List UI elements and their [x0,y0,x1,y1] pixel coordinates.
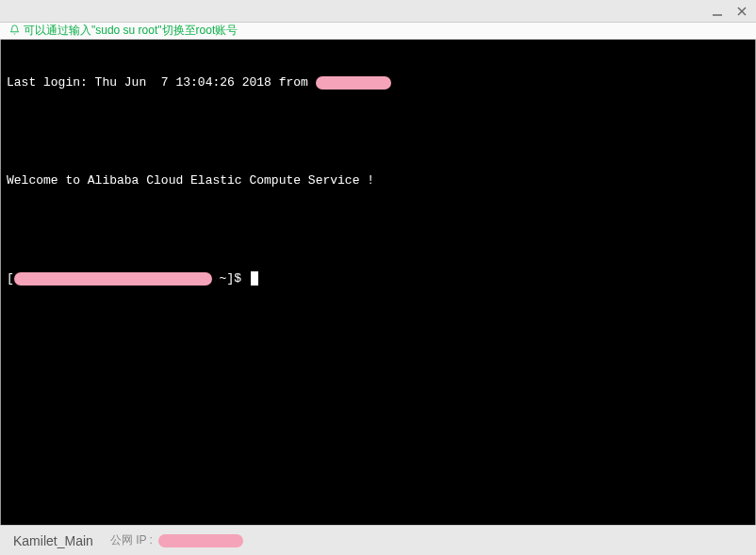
terminal-line-welcome: Welcome to Alibaba Cloud Elastic Compute… [7,172,749,188]
redacted-public-ip [158,534,243,547]
minimize-button[interactable] [705,1,730,22]
instance-name: Kamilet_Main [13,533,93,548]
welcome-text: Welcome to Alibaba Cloud Elastic Compute… [7,172,374,189]
hint-text: 可以通过输入"sudo su root"切换至root账号 [24,23,238,39]
close-button[interactable] [730,1,754,22]
titlebar [0,0,756,23]
last-login-text: Last login: Thu Jun 7 13:04:26 2018 from [7,74,316,91]
prompt-open: [ [7,270,14,287]
statusbar: Kamilet_Main 公网 IP : [0,525,756,555]
terminal-line-blank [7,221,749,237]
ip-label: 公网 IP : [110,532,153,548]
terminal[interactable]: Last login: Thu Jun 7 13:04:26 2018 from… [0,40,756,525]
terminal-line-blank [7,123,749,139]
terminal-line-login: Last login: Thu Jun 7 13:04:26 2018 from [7,74,749,90]
cursor [251,271,258,286]
terminal-line-prompt: [ ~]$ [7,270,749,286]
prompt-close: ~]$ [212,270,249,287]
bell-icon [9,24,20,37]
redacted-user-host [14,272,212,286]
hint-bar: 可以通过输入"sudo su root"切换至root账号 [0,23,756,40]
redacted-ip [316,76,391,90]
